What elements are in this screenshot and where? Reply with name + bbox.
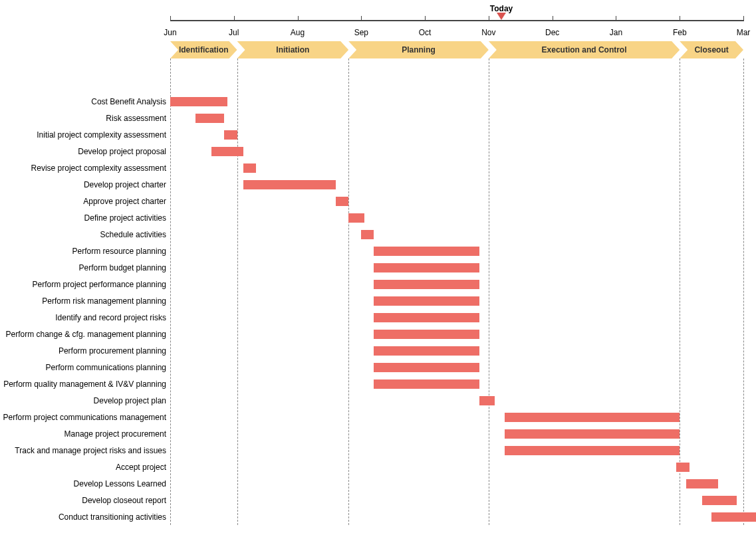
task-bar — [374, 280, 479, 289]
month-label: Dec — [545, 28, 559, 37]
today-label: Today — [490, 4, 513, 13]
month-label: Oct — [419, 28, 432, 37]
phase-separator — [743, 58, 744, 525]
axis-tick — [616, 16, 616, 21]
task-label: Perform project communications managemen… — [3, 413, 166, 422]
phase-separator — [680, 58, 680, 525]
axis-tick — [361, 16, 362, 21]
month-label: Nov — [481, 28, 495, 37]
task-bar — [686, 479, 718, 488]
task-label: Revise project complexity assessment — [31, 163, 166, 173]
month-label: Jan — [610, 28, 622, 37]
task-bar — [211, 147, 243, 156]
task-bar — [374, 379, 479, 389]
task-bar — [374, 346, 479, 356]
task-bar — [170, 97, 227, 106]
task-bar — [374, 313, 479, 322]
task-label: Manage project procurement — [64, 429, 166, 439]
axis-tick — [425, 16, 426, 21]
task-bar — [374, 296, 479, 306]
task-label: Perform quality management & IV&V planni… — [3, 379, 166, 389]
phase-band: Execution and Control — [489, 41, 680, 58]
task-bar — [505, 413, 680, 422]
task-label: Develop project charter — [84, 180, 166, 189]
task-bar — [505, 429, 680, 439]
phase-band: Initiation — [237, 41, 349, 58]
gantt-chart: Today JunJulAugSepOctNovDecJanFebMar Ide… — [0, 0, 756, 537]
task-label: Identify and record project risks — [55, 313, 166, 322]
phase-band: Closeout — [680, 41, 743, 58]
task-label: Perform risk management planning — [42, 296, 166, 306]
month-label: Mar — [737, 28, 751, 37]
task-bar — [348, 213, 364, 223]
task-label: Initial project complexity assessment — [37, 130, 166, 140]
axis-tick — [489, 16, 489, 21]
phase-band: Identification — [170, 41, 237, 58]
task-bar — [374, 247, 479, 256]
month-label: Jul — [229, 28, 239, 37]
task-label: Define project activities — [84, 213, 166, 223]
phase-separator — [170, 58, 171, 525]
task-bar — [195, 114, 224, 123]
task-label: Cost Benefit Analysis — [91, 97, 166, 106]
task-label: Perform project performance planning — [33, 280, 166, 289]
phase-separator — [237, 58, 238, 525]
task-label: Develop project proposal — [78, 147, 166, 156]
task-label: Approve project charter — [83, 197, 166, 206]
task-bar — [479, 396, 495, 405]
task-bar — [711, 512, 756, 522]
task-bar — [676, 463, 689, 472]
task-label: Develop closeout report — [82, 496, 166, 505]
task-label: Risk assessment — [106, 114, 166, 123]
task-label: Accept project — [116, 463, 166, 472]
task-label: Develop Lessons Learned — [74, 479, 166, 488]
axis-tick — [743, 16, 744, 21]
month-label: Sep — [354, 28, 368, 37]
task-label: Schedule activities — [100, 230, 166, 239]
task-label: Perform procurement planning — [59, 346, 166, 356]
month-label: Feb — [673, 28, 687, 37]
phase-band: Planning — [348, 41, 489, 58]
today-marker-icon — [497, 13, 506, 20]
task-bar — [374, 363, 479, 372]
task-bar — [361, 230, 374, 239]
month-label: Aug — [291, 28, 305, 37]
phase-separator — [489, 58, 489, 525]
axis-tick — [680, 16, 680, 21]
axis-tick — [298, 16, 299, 21]
task-bar — [702, 496, 737, 505]
axis-tick — [170, 16, 171, 21]
task-label: Perform resource planning — [72, 247, 166, 256]
axis-tick — [234, 16, 235, 21]
task-label: Develop project plan — [94, 396, 166, 405]
task-bar — [505, 446, 680, 455]
task-label: Perform change & cfg. management plannin… — [6, 330, 166, 339]
phase-separator — [348, 58, 349, 525]
axis-tick — [553, 16, 553, 21]
task-label: Perform communications planning — [46, 363, 166, 372]
task-label: Track and manage project risks and issue… — [15, 446, 166, 455]
task-label: Perform budget planning — [79, 263, 166, 272]
task-bar — [374, 263, 479, 272]
task-bar — [243, 163, 256, 173]
month-label: Jun — [164, 28, 176, 37]
time-axis — [170, 20, 743, 21]
task-bar — [336, 197, 348, 206]
task-bar — [243, 180, 336, 189]
task-bar — [374, 330, 479, 339]
task-label: Conduct transitioning activities — [59, 512, 166, 522]
task-bar — [224, 130, 237, 140]
